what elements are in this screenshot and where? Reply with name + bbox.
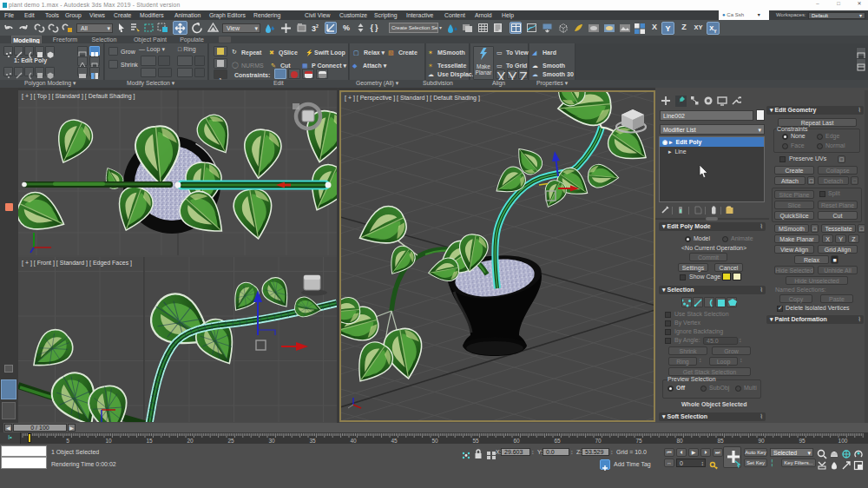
- svg-text:55: 55: [472, 438, 479, 444]
- svg-text:5: 5: [66, 438, 69, 444]
- svg-text:75: 75: [635, 438, 642, 444]
- svg-text:45: 45: [391, 438, 398, 444]
- svg-text:10: 10: [105, 438, 112, 444]
- svg-text:20: 20: [187, 438, 194, 444]
- svg-text:85: 85: [717, 438, 724, 444]
- svg-text:35: 35: [309, 438, 316, 444]
- svg-text:15: 15: [146, 438, 153, 444]
- svg-text:90: 90: [758, 438, 765, 444]
- svg-text:60: 60: [513, 438, 520, 444]
- svg-text:40: 40: [350, 438, 357, 444]
- svg-text:80: 80: [676, 438, 683, 444]
- svg-text:50: 50: [431, 438, 438, 444]
- svg-text:95: 95: [799, 438, 806, 444]
- svg-text:100: 100: [838, 438, 848, 444]
- svg-text:25: 25: [227, 438, 234, 444]
- svg-text:65: 65: [554, 438, 561, 444]
- svg-text:70: 70: [595, 438, 602, 444]
- svg-text:30: 30: [268, 438, 275, 444]
